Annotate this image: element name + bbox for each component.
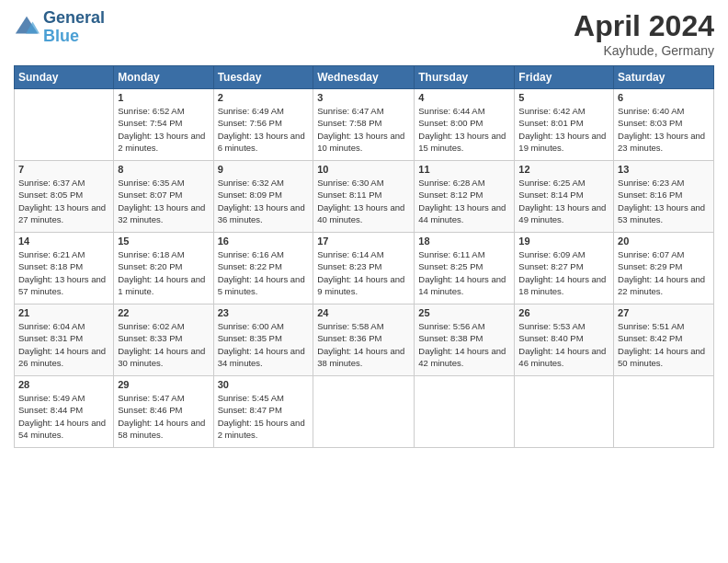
table-row: 7Sunrise: 6:37 AMSunset: 8:05 PMDaylight… <box>15 161 114 233</box>
day-info: Sunrise: 6:25 AMSunset: 8:14 PMDaylight:… <box>518 177 609 225</box>
day-info: Sunrise: 6:07 AMSunset: 8:29 PMDaylight:… <box>618 248 710 297</box>
day-info: Sunrise: 6:42 AMSunset: 8:01 PMDaylight:… <box>518 105 609 154</box>
logo: General Blue <box>14 9 105 46</box>
day-number: 15 <box>118 236 209 247</box>
day-number: 1 <box>118 92 209 103</box>
day-info: Sunrise: 6:52 AMSunset: 7:54 PMDaylight:… <box>118 105 209 154</box>
table-row: 27Sunrise: 5:51 AMSunset: 8:42 PMDayligh… <box>614 304 714 376</box>
day-info: Sunrise: 5:45 AMSunset: 8:47 PMDaylight:… <box>218 392 310 441</box>
table-row <box>15 89 114 161</box>
day-number: 19 <box>518 236 609 247</box>
day-number: 29 <box>118 379 209 390</box>
day-number: 8 <box>118 164 209 175</box>
table-row: 2Sunrise: 6:49 AMSunset: 7:56 PMDaylight… <box>213 89 313 161</box>
table-row: 1Sunrise: 6:52 AMSunset: 7:54 PMDaylight… <box>114 89 213 161</box>
table-row <box>515 376 614 448</box>
table-row: 10Sunrise: 6:30 AMSunset: 8:11 PMDayligh… <box>313 161 415 233</box>
table-row: 25Sunrise: 5:56 AMSunset: 8:38 PMDayligh… <box>415 304 515 376</box>
logo-icon <box>14 15 40 40</box>
day-info: Sunrise: 6:18 AMSunset: 8:20 PMDaylight:… <box>118 248 209 297</box>
table-row: 5Sunrise: 6:42 AMSunset: 8:01 PMDaylight… <box>515 89 614 161</box>
table-row: 23Sunrise: 6:00 AMSunset: 8:35 PMDayligh… <box>213 304 313 376</box>
header-row: Sunday Monday Tuesday Wednesday Thursday… <box>15 66 714 89</box>
day-number: 25 <box>418 307 510 318</box>
month-title: April 2024 <box>574 9 714 43</box>
day-number: 24 <box>317 307 410 318</box>
table-row: 15Sunrise: 6:18 AMSunset: 8:20 PMDayligh… <box>114 233 213 304</box>
table-row: 8Sunrise: 6:35 AMSunset: 8:07 PMDaylight… <box>114 161 213 233</box>
col-wednesday: Wednesday <box>313 66 415 89</box>
day-number: 9 <box>218 164 310 175</box>
table-row: 22Sunrise: 6:02 AMSunset: 8:33 PMDayligh… <box>114 304 213 376</box>
day-info: Sunrise: 6:09 AMSunset: 8:27 PMDaylight:… <box>518 248 609 297</box>
title-area: April 2024 Kayhude, Germany <box>574 9 714 58</box>
day-info: Sunrise: 6:40 AMSunset: 8:03 PMDaylight:… <box>618 105 710 154</box>
calendar-table: Sunday Monday Tuesday Wednesday Thursday… <box>14 65 714 448</box>
table-row: 30Sunrise: 5:45 AMSunset: 8:47 PMDayligh… <box>213 376 313 448</box>
col-saturday: Saturday <box>614 66 714 89</box>
table-row: 19Sunrise: 6:09 AMSunset: 8:27 PMDayligh… <box>515 233 614 304</box>
day-info: Sunrise: 6:47 AMSunset: 7:58 PMDaylight:… <box>317 105 410 154</box>
day-number: 14 <box>18 236 109 247</box>
day-number: 17 <box>317 236 410 247</box>
table-row: 24Sunrise: 5:58 AMSunset: 8:36 PMDayligh… <box>313 304 415 376</box>
day-number: 2 <box>218 92 310 103</box>
table-row: 12Sunrise: 6:25 AMSunset: 8:14 PMDayligh… <box>515 161 614 233</box>
day-info: Sunrise: 5:47 AMSunset: 8:46 PMDaylight:… <box>118 392 209 441</box>
day-number: 30 <box>218 379 310 390</box>
day-info: Sunrise: 6:11 AMSunset: 8:25 PMDaylight:… <box>418 248 510 297</box>
day-number: 20 <box>618 236 710 247</box>
day-number: 26 <box>518 307 609 318</box>
table-row: 9Sunrise: 6:32 AMSunset: 8:09 PMDaylight… <box>213 161 313 233</box>
day-number: 4 <box>418 92 510 103</box>
week-row-2: 14Sunrise: 6:21 AMSunset: 8:18 PMDayligh… <box>15 233 714 304</box>
day-info: Sunrise: 6:49 AMSunset: 7:56 PMDaylight:… <box>218 105 310 154</box>
page: General Blue April 2024 Kayhude, Germany… <box>0 0 728 563</box>
day-number: 3 <box>317 92 410 103</box>
table-row: 29Sunrise: 5:47 AMSunset: 8:46 PMDayligh… <box>114 376 213 448</box>
day-info: Sunrise: 6:21 AMSunset: 8:18 PMDaylight:… <box>18 248 109 297</box>
col-tuesday: Tuesday <box>213 66 313 89</box>
day-number: 18 <box>418 236 510 247</box>
day-number: 13 <box>618 164 710 175</box>
table-row: 3Sunrise: 6:47 AMSunset: 7:58 PMDaylight… <box>313 89 415 161</box>
col-monday: Monday <box>114 66 213 89</box>
table-row: 18Sunrise: 6:11 AMSunset: 8:25 PMDayligh… <box>415 233 515 304</box>
col-sunday: Sunday <box>15 66 114 89</box>
table-row <box>415 376 515 448</box>
day-info: Sunrise: 5:51 AMSunset: 8:42 PMDaylight:… <box>618 320 710 369</box>
day-info: Sunrise: 6:44 AMSunset: 8:00 PMDaylight:… <box>418 105 510 154</box>
day-number: 27 <box>618 307 710 318</box>
day-number: 28 <box>18 379 109 390</box>
day-info: Sunrise: 6:14 AMSunset: 8:23 PMDaylight:… <box>317 248 410 297</box>
day-info: Sunrise: 6:00 AMSunset: 8:35 PMDaylight:… <box>218 320 310 369</box>
table-row: 20Sunrise: 6:07 AMSunset: 8:29 PMDayligh… <box>614 233 714 304</box>
header: General Blue April 2024 Kayhude, Germany <box>14 9 714 58</box>
logo-text: General Blue <box>43 9 105 46</box>
table-row: 16Sunrise: 6:16 AMSunset: 8:22 PMDayligh… <box>213 233 313 304</box>
col-thursday: Thursday <box>415 66 515 89</box>
col-friday: Friday <box>515 66 614 89</box>
day-info: Sunrise: 6:02 AMSunset: 8:33 PMDaylight:… <box>118 320 209 369</box>
table-row: 6Sunrise: 6:40 AMSunset: 8:03 PMDaylight… <box>614 89 714 161</box>
day-info: Sunrise: 6:16 AMSunset: 8:22 PMDaylight:… <box>218 248 310 297</box>
table-row <box>313 376 415 448</box>
day-info: Sunrise: 6:23 AMSunset: 8:16 PMDaylight:… <box>618 177 710 225</box>
day-info: Sunrise: 6:37 AMSunset: 8:05 PMDaylight:… <box>18 177 109 225</box>
day-number: 7 <box>18 164 109 175</box>
table-row: 4Sunrise: 6:44 AMSunset: 8:00 PMDaylight… <box>415 89 515 161</box>
day-info: Sunrise: 5:58 AMSunset: 8:36 PMDaylight:… <box>317 320 410 369</box>
day-number: 10 <box>317 164 410 175</box>
table-row: 13Sunrise: 6:23 AMSunset: 8:16 PMDayligh… <box>614 161 714 233</box>
table-row: 21Sunrise: 6:04 AMSunset: 8:31 PMDayligh… <box>15 304 114 376</box>
table-row: 11Sunrise: 6:28 AMSunset: 8:12 PMDayligh… <box>415 161 515 233</box>
day-number: 23 <box>218 307 310 318</box>
day-number: 21 <box>18 307 109 318</box>
day-number: 22 <box>118 307 209 318</box>
week-row-0: 1Sunrise: 6:52 AMSunset: 7:54 PMDaylight… <box>15 89 714 161</box>
table-row: 17Sunrise: 6:14 AMSunset: 8:23 PMDayligh… <box>313 233 415 304</box>
day-info: Sunrise: 6:30 AMSunset: 8:11 PMDaylight:… <box>317 177 410 225</box>
day-info: Sunrise: 6:04 AMSunset: 8:31 PMDaylight:… <box>18 320 109 369</box>
day-info: Sunrise: 6:35 AMSunset: 8:07 PMDaylight:… <box>118 177 209 225</box>
table-row: 26Sunrise: 5:53 AMSunset: 8:40 PMDayligh… <box>515 304 614 376</box>
